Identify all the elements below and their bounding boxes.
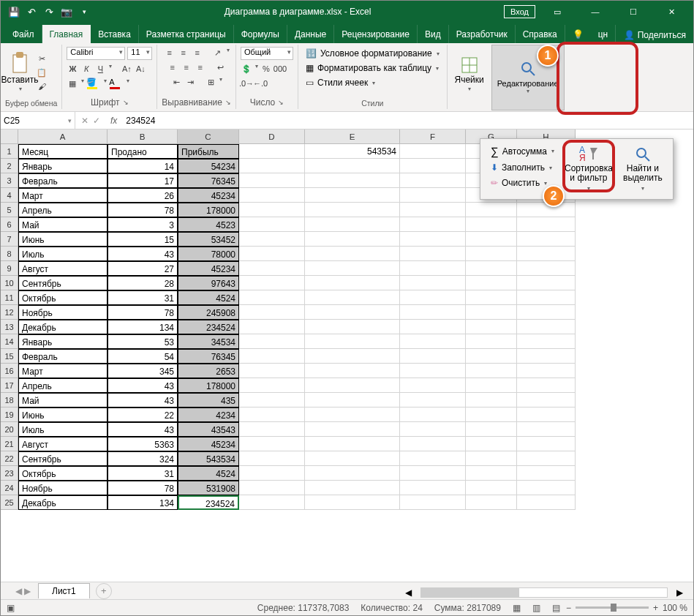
cell[interactable] [239, 217, 305, 232]
tab-рецензирование[interactable]: Рецензирование [334, 25, 418, 43]
cell[interactable] [305, 378, 400, 393]
cell[interactable]: 54234 [178, 159, 239, 173]
col-header-A[interactable]: A [18, 129, 108, 144]
row-header-6[interactable]: 6 [1, 217, 18, 232]
cell[interactable]: Октябрь [18, 290, 108, 305]
cell[interactable] [466, 495, 517, 510]
increase-decimal-icon[interactable]: .0→ [241, 78, 252, 89]
row-header-22[interactable]: 22 [1, 451, 18, 466]
cell[interactable] [466, 232, 517, 247]
cell[interactable] [305, 188, 400, 203]
col-header-D[interactable]: D [239, 129, 305, 144]
cell[interactable]: Ноябрь [18, 481, 108, 495]
zoom-out-button[interactable]: − [566, 603, 571, 613]
cell[interactable] [400, 217, 466, 232]
tab-формулы[interactable]: Формулы [234, 25, 287, 43]
close-icon[interactable]: ✕ [655, 1, 687, 22]
save-icon[interactable]: 💾 [7, 4, 21, 19]
row-header-2[interactable]: 2 [1, 159, 18, 173]
cell[interactable]: 53452 [178, 232, 239, 247]
tab-главная[interactable]: Главная [42, 25, 91, 43]
cell[interactable] [466, 451, 517, 466]
cell[interactable] [466, 481, 517, 495]
cell[interactable]: 78 [108, 203, 178, 217]
cell[interactable] [239, 407, 305, 422]
cell[interactable] [517, 393, 576, 407]
sheet-nav-next-icon[interactable]: ▶ [24, 586, 31, 596]
cell[interactable]: Июль [18, 422, 108, 437]
cell[interactable] [466, 349, 517, 364]
cell[interactable] [305, 247, 400, 261]
cell[interactable]: 245908 [178, 305, 239, 320]
cell[interactable]: 345 [108, 364, 178, 378]
wrap-text-icon[interactable]: ↩ [215, 61, 227, 73]
view-pagebreak-icon[interactable]: ▤ [552, 603, 560, 613]
row-header-21[interactable]: 21 [1, 437, 18, 451]
fill-color-button[interactable]: 🪣 [86, 78, 101, 89]
increase-font-icon[interactable]: A↑ [121, 63, 132, 75]
cell[interactable] [517, 320, 576, 334]
cell[interactable] [239, 290, 305, 305]
tab-данные[interactable]: Данные [287, 25, 334, 43]
cell[interactable]: 324 [108, 451, 178, 466]
undo-icon[interactable]: ↶ [24, 4, 39, 19]
format-painter-icon[interactable]: 🖌 [36, 80, 48, 92]
cell[interactable] [400, 276, 466, 290]
sheet-tab[interactable]: Лист1 [38, 583, 90, 598]
align-bottom-icon[interactable]: ≡ [192, 47, 203, 59]
row-header-25[interactable]: 25 [1, 495, 18, 510]
cell[interactable] [400, 232, 466, 247]
formula-input[interactable]: 234524 [121, 116, 693, 126]
font-name-select[interactable]: Calibri [67, 47, 125, 60]
cell[interactable] [400, 422, 466, 437]
cell[interactable]: Октябрь [18, 466, 108, 481]
zoom-slider[interactable] [576, 606, 649, 609]
cell[interactable] [466, 364, 517, 378]
cell[interactable] [466, 305, 517, 320]
autosum-button[interactable]: ∑Автосумма▾ [488, 143, 557, 159]
cell[interactable] [400, 290, 466, 305]
cell[interactable]: Май [18, 393, 108, 407]
cell[interactable] [466, 290, 517, 305]
copy-icon[interactable]: 📋 [36, 67, 48, 78]
cell[interactable] [305, 203, 400, 217]
zoom-in-button[interactable]: + [653, 603, 658, 613]
cell[interactable]: Декабрь [18, 320, 108, 334]
col-header-C[interactable]: C [178, 129, 239, 144]
col-header-F[interactable]: F [400, 129, 466, 144]
cell[interactable]: 76345 [178, 173, 239, 188]
align-middle-icon[interactable]: ≡ [178, 47, 189, 59]
cell[interactable] [517, 334, 576, 349]
cell[interactable] [517, 261, 576, 276]
cell[interactable] [517, 247, 576, 261]
cell[interactable] [239, 276, 305, 290]
cell[interactable]: 43 [108, 393, 178, 407]
cell[interactable] [305, 437, 400, 451]
name-box[interactable]: C25 [1, 112, 75, 129]
horizontal-scrollbar[interactable]: ◀▶ [405, 586, 683, 599]
cell[interactable]: 134 [108, 320, 178, 334]
cell[interactable] [517, 276, 576, 290]
cell[interactable]: Прибыль [178, 144, 239, 159]
cell[interactable]: 43 [108, 378, 178, 393]
row-header-11[interactable]: 11 [1, 290, 18, 305]
cell[interactable] [466, 466, 517, 481]
cell[interactable] [517, 364, 576, 378]
cell[interactable] [466, 276, 517, 290]
cell[interactable] [305, 495, 400, 510]
paste-button[interactable]: Вставить ▾ [5, 50, 34, 94]
cell[interactable]: Февраль [18, 349, 108, 364]
cell[interactable] [305, 159, 400, 173]
orientation-icon[interactable]: ↗ [212, 47, 224, 59]
cell[interactable]: Июнь [18, 407, 108, 422]
cell[interactable] [305, 451, 400, 466]
zoom-level[interactable]: 100 % [663, 603, 687, 613]
cell[interactable] [239, 203, 305, 217]
cell[interactable] [517, 481, 576, 495]
row-header-14[interactable]: 14 [1, 334, 18, 349]
cell[interactable]: 76345 [178, 349, 239, 364]
cells-button[interactable]: Ячейки ▾ [452, 55, 487, 99]
cell[interactable] [466, 422, 517, 437]
ribbon-display-icon[interactable]: ▭ [541, 1, 573, 22]
cell[interactable] [239, 422, 305, 437]
